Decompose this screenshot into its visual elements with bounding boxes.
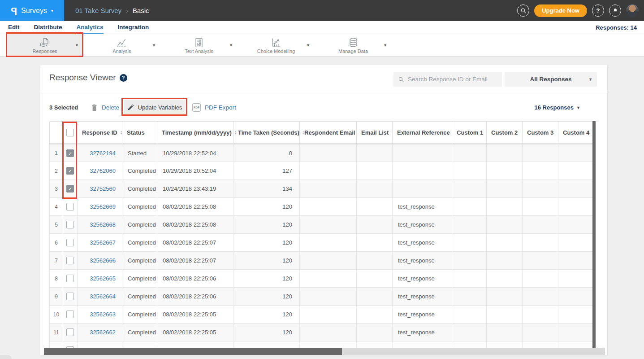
horizontal-scrollbar-track[interactable] <box>44 348 605 355</box>
toolbar-item-text-analysis[interactable]: Text Analysis ▾ <box>161 34 237 57</box>
page-size-dropdown[interactable]: 16 Responses ▾ <box>535 104 579 111</box>
cell-custom-3 <box>523 234 558 252</box>
breadcrumb-survey-name[interactable]: 01 Take Survey <box>75 7 121 14</box>
cell-email-list <box>357 341 393 348</box>
cell-status: Completed <box>122 234 157 252</box>
cell-response-id[interactable]: 32562669 <box>78 198 122 216</box>
cell-external-reference: test_response <box>393 234 452 252</box>
cell-timestamp-mm-dd-yyyy <box>157 341 233 348</box>
row-checkbox[interactable] <box>66 275 74 282</box>
cell-response-id[interactable]: 32762060 <box>78 162 122 180</box>
column-header-custom-4: Custom 4 <box>558 122 593 144</box>
cell-response-id[interactable]: 32562663 <box>78 306 122 324</box>
cell-external-reference: test_response <box>393 198 452 216</box>
chevron-down-icon[interactable]: ▾ <box>230 43 232 48</box>
table-row: 932562664Completed08/02/2018 22:25:06120… <box>50 288 593 306</box>
cell-custom-2 <box>487 198 523 216</box>
column-header-external-reference: External Reference <box>393 122 452 144</box>
row-checkbox[interactable]: ✓ <box>66 149 74 157</box>
nav-item-distribute[interactable]: Distribute <box>34 21 62 34</box>
breadcrumb: 01 Take Survey › Basic <box>75 0 149 21</box>
cell-email-list <box>357 144 393 162</box>
row-checkbox[interactable] <box>66 311 74 318</box>
row-checkbox[interactable] <box>66 221 74 228</box>
nav-item-integration[interactable]: Integration <box>118 21 149 34</box>
cell-external-reference: test_response <box>393 288 452 306</box>
toolbar-item-choice-modelling[interactable]: Choice Modelling ▾ <box>238 34 314 57</box>
column-header-timestamp-mm-dd-yyyy[interactable]: Timestamp (mm/dd/yyyy)▲▼ <box>157 122 233 144</box>
cell-timestamp-mm-dd-yyyy: 08/02/2018 22:25:06 <box>157 288 233 306</box>
toolbar-item-label: Choice Modelling <box>257 48 295 54</box>
row-select-cell <box>63 198 78 216</box>
chevron-down-icon[interactable]: ▾ <box>153 43 155 48</box>
cell-timestamp-mm-dd-yyyy: 10/29/2018 22:52:04 <box>157 144 233 162</box>
cell-response-id[interactable]: 32562668 <box>78 216 122 234</box>
cell-timestamp-mm-dd-yyyy: 08/02/2018 22:25:07 <box>157 234 233 252</box>
vertical-scrollbar[interactable] <box>592 121 596 348</box>
cell-email-list <box>357 252 393 270</box>
upgrade-now-button[interactable]: Upgrade Now <box>534 4 587 17</box>
cell-response-id[interactable]: 32562667 <box>78 234 122 252</box>
table-row: 1132562662Completed08/02/2018 22:25:0512… <box>50 324 593 341</box>
row-checkbox[interactable]: ✓ <box>66 167 74 175</box>
row-number: 7 <box>50 252 63 270</box>
chevron-down-icon[interactable]: ▾ <box>307 43 309 48</box>
pdf-export-button[interactable]: PDF PDF Export <box>192 101 236 114</box>
trash-icon <box>91 104 98 111</box>
nav-item-analytics[interactable]: Analytics <box>77 21 104 34</box>
delete-button[interactable]: Delete <box>91 101 119 114</box>
update-variables-button[interactable]: Update Variables <box>124 100 186 115</box>
cell-response-id[interactable]: 32562666 <box>78 252 122 270</box>
row-checkbox[interactable] <box>66 328 74 336</box>
cell-status <box>122 341 157 348</box>
horizontal-scrollbar-thumb[interactable] <box>44 348 342 355</box>
app-menu-label: Surveys <box>21 7 47 15</box>
row-checkbox[interactable]: ✓ <box>66 185 74 193</box>
toolbar-item-manage-data[interactable]: Manage Data ▾ <box>316 34 391 57</box>
select-all-checkbox[interactable] <box>66 129 74 136</box>
cell-response-id[interactable]: 32562664 <box>78 288 122 306</box>
row-checkbox[interactable] <box>66 239 74 246</box>
sort-icon[interactable]: ▲▼ <box>234 131 237 135</box>
cell-response-id[interactable]: 32562662 <box>78 324 122 341</box>
toolbar-item-analysis[interactable]: Analysis ▾ <box>84 34 160 57</box>
cell-email-list <box>357 216 393 234</box>
chevron-down-icon[interactable]: ▾ <box>76 43 78 48</box>
cell-custom-4 <box>558 162 593 180</box>
help-badge[interactable]: ? <box>120 74 127 82</box>
user-avatar[interactable] <box>626 4 639 17</box>
column-label: Custom 4 <box>563 129 589 136</box>
row-checkbox[interactable] <box>66 257 74 264</box>
cell-response-id[interactable]: 32562665 <box>78 270 122 288</box>
toolbar-item-responses[interactable]: Responses ▾ <box>7 34 82 57</box>
column-header-response-id[interactable]: Response ID▲▼ <box>78 122 122 144</box>
search-button[interactable] <box>517 4 529 17</box>
column-label: Timestamp (mm/dd/yyyy) <box>162 129 232 136</box>
cell-custom-1 <box>452 234 487 252</box>
column-header-time-taken-seconds[interactable]: Time Taken (Seconds)▲▼ <box>233 122 300 144</box>
breadcrumb-page-name: Basic <box>133 7 149 14</box>
cell-custom-2 <box>487 288 523 306</box>
select-all-header <box>63 122 78 144</box>
help-button[interactable]: ? <box>592 4 604 17</box>
chevron-down-icon: ▾ <box>51 9 53 13</box>
chevron-down-icon[interactable]: ▾ <box>384 43 386 48</box>
cell-custom-4 <box>558 252 593 270</box>
cell-response-id[interactable]: 32762194 <box>78 144 122 162</box>
notifications-button[interactable] <box>609 4 621 17</box>
cell-response-id[interactable]: 32752560 <box>78 180 122 198</box>
nav-item-edit[interactable]: Edit <box>8 21 20 34</box>
response-filter-dropdown[interactable]: All Responses ▾ <box>505 72 597 87</box>
sort-icon[interactable]: ▲▼ <box>120 131 123 135</box>
cell-status: Completed <box>122 306 157 324</box>
table-row: 532562668Completed08/02/2018 22:25:08120… <box>50 216 593 234</box>
row-checkbox[interactable] <box>66 293 74 300</box>
cell-external-reference: test_response <box>393 216 452 234</box>
row-number-header <box>50 122 63 144</box>
cell-custom-2 <box>487 144 523 162</box>
row-checkbox[interactable] <box>66 203 74 210</box>
app-menu-surveys[interactable]: P Surveys ▾ <box>0 0 64 21</box>
search-input[interactable] <box>408 76 502 83</box>
cell-respondent-email <box>300 144 357 162</box>
cell-external-reference: test_response <box>393 270 452 288</box>
